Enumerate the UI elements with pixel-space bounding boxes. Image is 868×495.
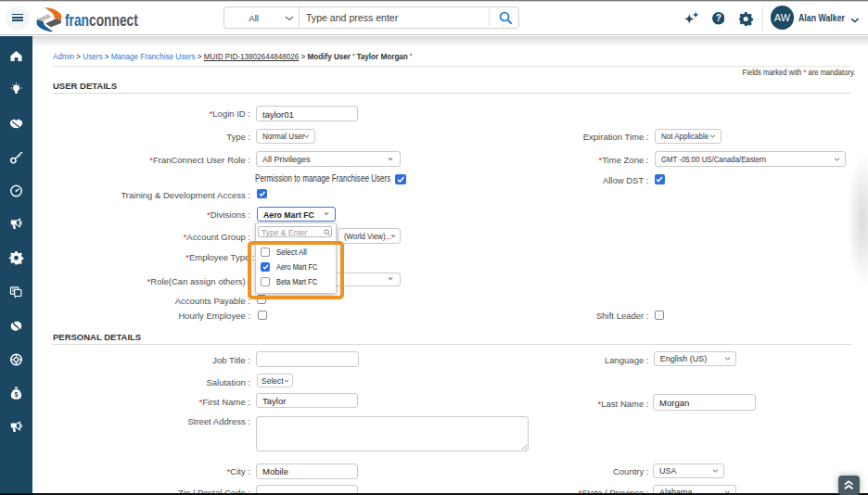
svg-text:?: ? xyxy=(715,14,721,24)
svg-text:$: $ xyxy=(14,390,18,399)
